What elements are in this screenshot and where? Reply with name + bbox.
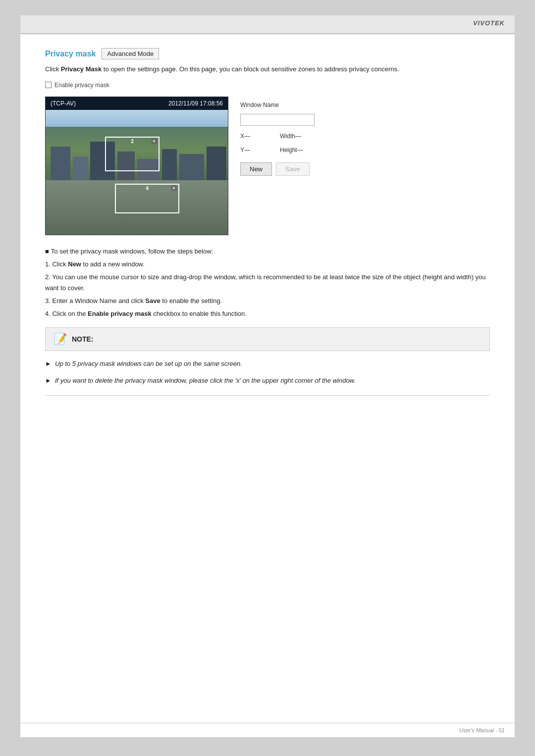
y-label: Y—	[240, 147, 270, 153]
instruction-text-3: Enter a Window Name and click Save to en…	[52, 297, 222, 304]
camera-timestamp: 2012/11/09 17:08:56	[168, 100, 223, 107]
content-area: Privacy mask Advanced Mode Click Privacy…	[20, 34, 515, 424]
note-item-1: If you want to delete the privacy mask w…	[45, 375, 490, 386]
width-label: Width—	[280, 133, 310, 140]
control-panel: Window Name X— Width— Y— Height— New Sav…	[240, 97, 315, 176]
num-3: 3.	[45, 297, 52, 304]
page-outer: VIVOTEK Privacy mask Advanced Mode Click…	[20, 15, 515, 738]
mask-box-1-close[interactable]: ×	[151, 138, 157, 144]
num-2: 2.	[45, 273, 52, 281]
note-icon: 📝	[54, 333, 67, 346]
brand-label: VIVOTEK	[473, 19, 505, 27]
footer-text: User's Manual - 51	[459, 727, 505, 733]
num-4: 4.	[45, 310, 52, 317]
coords-row-2: Y— Height—	[240, 147, 315, 153]
instruction-text-2: You can use the mouse cursor to size and…	[45, 273, 486, 292]
window-name-input[interactable]	[240, 114, 315, 126]
num-1: 1.	[45, 260, 52, 268]
tcp-label: (TCP-AV)	[51, 100, 76, 107]
instructions-list: ■ To set the privacy mask windows, follo…	[45, 246, 490, 320]
privacy-mask-box-2[interactable]: 4 ×	[115, 184, 179, 213]
description-text: Click Privacy Mask to open the settings …	[45, 64, 490, 75]
advanced-mode-button[interactable]: Advanced Mode	[102, 48, 159, 59]
instruction-text-4: Click on the Enable privacy mask checkbo…	[52, 310, 246, 317]
camera-panel: (TCP-AV) 2012/11/09 17:08:56	[45, 97, 490, 235]
bottom-divider	[45, 395, 490, 396]
note-label: NOTE:	[72, 335, 94, 343]
mask-box-1-label: 2	[131, 139, 134, 144]
button-row: New Save	[240, 162, 315, 176]
page-title: Privacy mask	[45, 50, 96, 58]
privacy-mask-box-1[interactable]: 2 ×	[105, 137, 160, 171]
camera-header: (TCP-AV) 2012/11/09 17:08:56	[46, 97, 228, 110]
instruction-item-2: 2. You can use the mouse cursor to size …	[45, 272, 490, 294]
height-label: Height—	[280, 147, 310, 153]
camera-view: (TCP-AV) 2012/11/09 17:08:56	[45, 97, 228, 235]
bullet-0: ■	[45, 246, 49, 257]
enable-privacy-checkbox[interactable]	[45, 82, 52, 88]
instruction-item-1: 1. Click New to add a new window.	[45, 259, 490, 270]
instruction-item-3: 3. Enter a Window Name and click Save to…	[45, 296, 490, 306]
title-row: Privacy mask Advanced Mode	[45, 48, 490, 59]
note-box: 📝 NOTE:	[45, 327, 490, 351]
x-label: X—	[240, 133, 270, 140]
header-bar: VIVOTEK	[20, 15, 515, 34]
mask-box-2-close[interactable]: ×	[171, 185, 177, 191]
instruction-text-1: Click New to add a new window.	[52, 260, 144, 268]
mask-box-2-label: 4	[146, 186, 149, 191]
note-item-0: Up to 5 privacy mask windows can be set …	[45, 358, 490, 369]
window-name-label: Window Name	[240, 101, 315, 108]
footer: User's Manual - 51	[20, 723, 515, 737]
note-items: Up to 5 privacy mask windows can be set …	[45, 358, 490, 386]
instruction-item-0: ■ To set the privacy mask windows, follo…	[45, 246, 490, 257]
enable-privacy-row[interactable]: Enable privacy mask	[45, 82, 490, 89]
enable-privacy-label: Enable privacy mask	[54, 82, 109, 89]
save-button[interactable]: Save	[276, 162, 310, 176]
privacy-mask-bold: Privacy Mask	[61, 65, 102, 73]
coords-row: X— Width—	[240, 133, 315, 140]
instruction-item-4: 4. Click on the Enable privacy mask chec…	[45, 308, 490, 319]
instruction-text-0: To set the privacy mask windows, follow …	[51, 246, 213, 257]
new-button[interactable]: New	[240, 162, 272, 176]
